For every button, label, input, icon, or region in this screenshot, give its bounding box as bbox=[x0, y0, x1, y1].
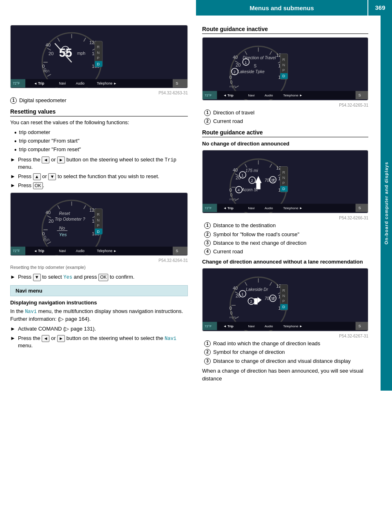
btn-ok-1[interactable]: OK bbox=[33, 182, 43, 189]
arrow-text-1: Press the ◄ or ► button on the steering … bbox=[18, 156, 188, 171]
btn-left-1[interactable]: ◄ bbox=[42, 156, 49, 163]
btn-down-2[interactable]: ▼ bbox=[33, 274, 41, 281]
svg-text:40: 40 bbox=[233, 55, 238, 60]
gauge3-caption: P54.32-6265-31 bbox=[202, 103, 368, 107]
svg-text:0: 0 bbox=[229, 188, 232, 193]
svg-text:Reset: Reset bbox=[59, 212, 71, 216]
gauge1-caption: P54.32-6263-31 bbox=[10, 91, 188, 95]
when-change-text: When a change of direction has been anno… bbox=[202, 367, 368, 383]
svg-text:N: N bbox=[97, 218, 100, 222]
svg-text:No: No bbox=[59, 226, 65, 231]
svg-text:mph: mph bbox=[229, 85, 236, 88]
btn-down[interactable]: ▼ bbox=[48, 173, 56, 180]
svg-rect-198 bbox=[356, 322, 368, 330]
cd-num-2: 2 bbox=[204, 349, 211, 355]
arrow-text-nav: Press the ◄ or ► button on the steering … bbox=[18, 335, 188, 350]
arrow-press-down: ► Press ▼ to select Yes and press OK to … bbox=[10, 273, 188, 281]
svg-rect-35 bbox=[173, 79, 187, 88]
arrow-activate: ► Activate COMAND (▷ page 131). bbox=[10, 325, 188, 333]
section-resetting: Resetting values bbox=[10, 108, 188, 116]
svg-text:2: 2 bbox=[251, 179, 253, 183]
svg-text:R: R bbox=[282, 170, 285, 174]
gauge-no-change: 20 0 40 120 140 160 175 mi 1 bbox=[202, 150, 368, 213]
svg-text:◄ Trip: ◄ Trip bbox=[223, 94, 234, 97]
rg-inactive-text-2: Current road bbox=[213, 118, 243, 125]
svg-text:S: S bbox=[176, 81, 178, 85]
arrow-sym-act: ► bbox=[10, 325, 16, 333]
no-change-list: 1 Distance to the destination 2 Symbol f… bbox=[204, 222, 368, 255]
svg-text:Audio: Audio bbox=[76, 249, 85, 253]
cd-text-1: Road into which the change of direction … bbox=[213, 340, 320, 347]
svg-text:S: S bbox=[359, 93, 361, 97]
svg-text:D: D bbox=[97, 230, 100, 234]
svg-text:D: D bbox=[282, 305, 285, 309]
svg-text:72°F: 72°F bbox=[205, 324, 212, 328]
svg-text:20: 20 bbox=[236, 175, 241, 180]
svg-text:2: 2 bbox=[250, 300, 252, 304]
arrow-3: ► Press OK. bbox=[10, 182, 188, 189]
svg-text:20: 20 bbox=[49, 219, 54, 224]
gauge-svg-4: 20 0 40 120 140 160 175 mi 1 bbox=[203, 150, 368, 213]
bullet-text-2: trip computer "From start" bbox=[19, 137, 80, 145]
svg-text:72°F: 72°F bbox=[205, 94, 212, 97]
svg-text:Telephone ►: Telephone ► bbox=[97, 249, 116, 253]
arrow-sym-nav: ► bbox=[10, 335, 16, 342]
svg-text:P: P bbox=[97, 224, 99, 228]
svg-rect-156 bbox=[356, 204, 368, 212]
item-digital-speedo: 1 Digital speedometer bbox=[10, 97, 188, 104]
gauge-change-dir: 20 0 40 120 140 160 Lakeside Dr 1 bbox=[202, 268, 368, 331]
bullet-2: • trip computer "From start" bbox=[14, 137, 188, 145]
btn-right-1[interactable]: ► bbox=[57, 156, 65, 163]
gauge2-label: Resetting the trip odometer (example) bbox=[10, 264, 188, 271]
svg-text:40: 40 bbox=[233, 168, 238, 172]
num-c-2: 2 bbox=[204, 118, 211, 125]
arrow-text-p: Press ▼ to select Yes and press OK to co… bbox=[18, 273, 188, 281]
gauge-svg-2: 20 0 40 120 140 160 Reset Trip Odometer … bbox=[11, 193, 187, 256]
side-label-text: On-board computer and displays bbox=[384, 162, 389, 244]
bullet-1: • trip odometer bbox=[14, 129, 188, 136]
nc-text-4: Current road bbox=[213, 248, 243, 255]
svg-text:◄ Trip: ◄ Trip bbox=[34, 82, 45, 85]
svg-text:R: R bbox=[97, 45, 100, 49]
nc-text-3: Distance to the next change of direction bbox=[213, 239, 306, 247]
btn-ok-2[interactable]: OK bbox=[98, 274, 108, 281]
arrow-sym-2: ► bbox=[10, 173, 16, 180]
svg-text:R: R bbox=[282, 288, 285, 293]
svg-text:20: 20 bbox=[236, 63, 241, 67]
svg-text:Navi: Navi bbox=[248, 94, 254, 97]
svg-text:R: R bbox=[282, 58, 285, 62]
nc-num-3: 3 bbox=[204, 240, 211, 246]
bullet-dot-3: • bbox=[14, 146, 17, 154]
arrow-sym-p: ► bbox=[10, 273, 16, 281]
arrow-text-act: Activate COMAND (▷ page 131). bbox=[18, 325, 188, 333]
rg-inactive-item-2: 2 Current road bbox=[204, 118, 368, 125]
navi-menu-box: Navi menu bbox=[10, 285, 188, 296]
bullet-text-3: trip computer "From reset" bbox=[19, 146, 81, 153]
svg-text:D: D bbox=[97, 62, 100, 66]
arrow-2: ► Press ▲ or ▼ to select the function th… bbox=[10, 173, 188, 180]
svg-text:P: P bbox=[282, 299, 285, 303]
arrow-press-navi: ► Press the ◄ or ► button on the steerin… bbox=[10, 335, 188, 350]
svg-text:1: 1 bbox=[241, 292, 243, 296]
svg-text:◄ Trip: ◄ Trip bbox=[223, 206, 234, 210]
svg-text:40: 40 bbox=[46, 42, 51, 47]
gauge5-caption: P54.32-6267-31 bbox=[202, 334, 368, 338]
arrow-text-3: Press OK. bbox=[18, 182, 188, 189]
svg-text:1: 1 bbox=[64, 49, 66, 53]
svg-text:175 mi: 175 mi bbox=[245, 168, 258, 173]
svg-text:3: 3 bbox=[272, 297, 274, 301]
cd-num-3: 3 bbox=[204, 358, 211, 364]
btn-left-2[interactable]: ◄ bbox=[42, 335, 49, 342]
svg-text:Yes: Yes bbox=[59, 232, 67, 237]
nc-num-2: 2 bbox=[204, 231, 211, 238]
btn-up[interactable]: ▲ bbox=[33, 173, 41, 180]
svg-text:R: R bbox=[97, 213, 100, 217]
gauge2-caption: P54.32-6264-31 bbox=[10, 258, 188, 263]
svg-text:0: 0 bbox=[229, 306, 232, 311]
arrow-sym-3: ► bbox=[10, 182, 16, 189]
svg-text:72°F: 72°F bbox=[13, 249, 20, 253]
gauge4-caption: P54.32-6266-31 bbox=[202, 216, 368, 220]
gauge-svg-3: 20 0 40 120 140 160 Direction of Travel … bbox=[203, 38, 368, 101]
nc-item-4: 4 Current road bbox=[204, 248, 368, 255]
btn-right-2[interactable]: ► bbox=[57, 335, 65, 342]
